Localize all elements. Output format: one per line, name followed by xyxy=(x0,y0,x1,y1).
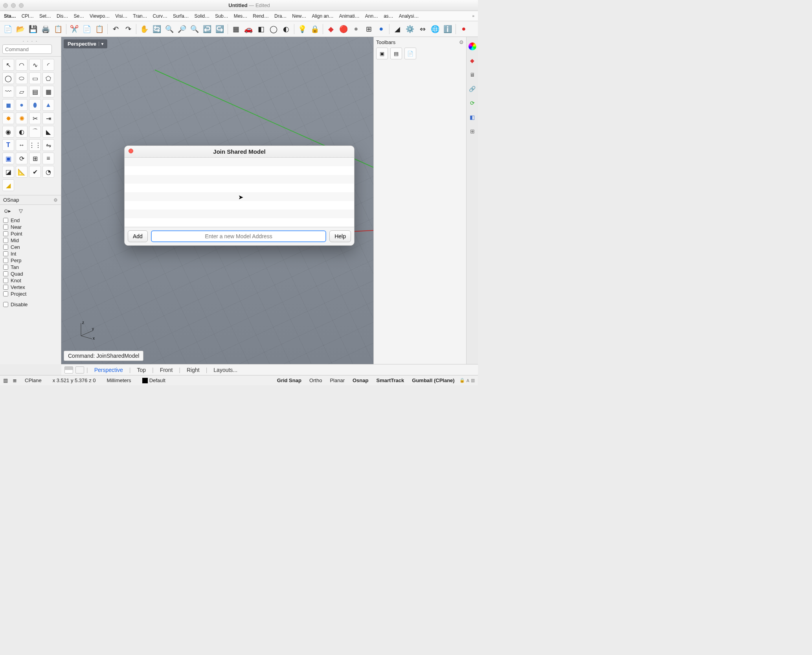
viewport-label[interactable]: Perspective ▾ xyxy=(64,39,107,48)
view-tab-right[interactable]: Right xyxy=(183,366,204,374)
cplane-icon[interactable]: ◧ xyxy=(255,24,266,35)
toolbar-item-icon[interactable]: 📄 xyxy=(404,48,416,59)
dimension-tool-icon[interactable]: ↔ xyxy=(16,139,28,151)
osnap-check-disable[interactable]: Disable xyxy=(2,301,59,308)
boolean-diff-icon[interactable]: ◐ xyxy=(16,126,28,138)
cut-icon[interactable]: ✂️ xyxy=(69,24,80,35)
list-row[interactable] xyxy=(125,218,354,227)
extend-icon[interactable]: ⇥ xyxy=(42,112,54,124)
status-toggle-osnap[interactable]: Osnap xyxy=(349,377,371,384)
status-grid-icon[interactable]: ▥ xyxy=(471,378,475,383)
osnap-check-tan[interactable]: Tan xyxy=(2,264,59,270)
status-cplane[interactable]: CPlane xyxy=(22,377,45,384)
dimension-icon[interactable]: ⇔ xyxy=(417,24,428,35)
render-gray-icon[interactable]: ● xyxy=(351,24,362,35)
zoom-window-icon[interactable] xyxy=(19,3,24,8)
menu-item[interactable]: Se… xyxy=(71,12,86,20)
menu-item[interactable]: Align an… xyxy=(309,12,336,20)
osnap-filter-icon[interactable]: ▽ xyxy=(19,208,23,214)
dialog-titlebar[interactable]: Join Shared Model xyxy=(125,146,354,158)
zoom-window-tool-icon[interactable]: 🔍 xyxy=(164,24,175,35)
menu-item[interactable]: Dis… xyxy=(54,12,70,20)
cplane-circle-icon[interactable]: ◯ xyxy=(268,24,279,35)
explode-icon[interactable]: ✸ xyxy=(2,112,14,124)
solid-cylinder-icon[interactable]: ⬮ xyxy=(29,99,41,111)
menu-item[interactable]: Ann… xyxy=(363,12,380,20)
list-row[interactable] xyxy=(125,201,354,210)
layers-tab-icon[interactable]: ◆ xyxy=(468,57,476,64)
zoom-extents-icon[interactable]: 🔎 xyxy=(176,24,187,35)
close-window-icon[interactable] xyxy=(3,3,8,8)
boolean-union-icon[interactable]: ◉ xyxy=(2,126,14,138)
polyline-tool-icon[interactable]: ∿ xyxy=(29,59,41,71)
web-help-icon[interactable]: 🌐 xyxy=(430,24,441,35)
osnap-check-int[interactable]: Int xyxy=(2,250,59,257)
list-row[interactable] xyxy=(125,184,354,192)
osnap-cursor-icon[interactable]: ⊙▸ xyxy=(4,208,11,214)
grid-tool-icon[interactable]: ⊞ xyxy=(29,153,41,164)
rectangle-tool-icon[interactable]: ▭ xyxy=(29,72,41,84)
menu-item[interactable]: as… xyxy=(381,12,396,20)
menu-item[interactable]: Analysi… xyxy=(397,12,421,20)
menu-item[interactable]: Curv… xyxy=(151,12,170,20)
status-toggle-ortho[interactable]: Ortho xyxy=(306,377,325,384)
link-tab-icon[interactable]: 🔗 xyxy=(468,85,476,93)
status-list-icon[interactable]: ≣ xyxy=(13,377,17,383)
status-panel-icon[interactable]: ▥ xyxy=(3,377,8,383)
osnap-check-knot[interactable]: Knot xyxy=(2,277,59,284)
view-tab-layouts[interactable]: Layouts... xyxy=(209,366,241,374)
status-lock-icon[interactable]: 🔒 xyxy=(459,378,465,383)
view-tab-front[interactable]: Front xyxy=(156,366,177,374)
right-panel-gear-icon[interactable]: ⚙ xyxy=(459,39,464,45)
viewport-dropdown-icon[interactable]: ▾ xyxy=(99,42,103,46)
osnap-check-cen[interactable]: Cen xyxy=(2,244,59,250)
add-button[interactable]: Add xyxy=(128,230,148,242)
align-tool-icon[interactable]: ≡ xyxy=(42,153,54,164)
pan-hand-icon[interactable]: ✋ xyxy=(139,24,150,35)
copy-icon[interactable]: 📄 xyxy=(81,24,92,35)
status-toggle-planar[interactable]: Planar xyxy=(327,377,348,384)
list-row[interactable] xyxy=(125,175,354,184)
menu-item[interactable]: CPl… xyxy=(19,12,36,20)
osnap-check-quad[interactable]: Quad xyxy=(2,270,59,277)
mass-tool-icon[interactable]: ◔ xyxy=(42,166,54,178)
four-views-icon[interactable]: ▦ xyxy=(230,24,241,35)
menu-item[interactable]: Surfa… xyxy=(171,12,191,20)
menu-item[interactable]: Solid… xyxy=(192,12,212,20)
move-tool-icon[interactable]: ▣ xyxy=(2,153,14,164)
status-a-icon[interactable]: A xyxy=(467,378,469,383)
menu-item[interactable]: Viewpo… xyxy=(87,12,112,20)
help-button[interactable]: Help xyxy=(329,230,351,242)
properties-tab-icon[interactable] xyxy=(468,42,476,50)
surface-tool-icon[interactable]: ▱ xyxy=(16,86,28,98)
reload-tab-icon[interactable]: ⟳ xyxy=(468,99,476,107)
solid-cone-icon[interactable]: ▲ xyxy=(42,99,54,111)
light-icon[interactable]: 💡 xyxy=(297,24,308,35)
save-file-icon[interactable]: 💾 xyxy=(28,24,39,35)
redo-icon[interactable]: ↷ xyxy=(123,24,134,35)
menu-item[interactable]: Rend… xyxy=(250,12,271,20)
view-tab-perspective[interactable]: Perspective xyxy=(90,366,127,374)
menu-item[interactable]: Dra… xyxy=(272,12,289,20)
plane-tool-icon[interactable]: ▤ xyxy=(29,86,41,98)
menu-item[interactable]: Tran… xyxy=(130,12,149,20)
render-rainbow-icon[interactable]: 🔴 xyxy=(338,24,349,35)
osnap-check-project[interactable]: Project xyxy=(2,291,59,297)
menu-item[interactable]: Sta… xyxy=(2,12,18,20)
misc-tool-icon[interactable]: ◢ xyxy=(2,179,14,191)
status-layer[interactable]: Default xyxy=(139,377,169,385)
status-toggle-smarttrack[interactable]: SmartTrack xyxy=(373,377,407,384)
measure-tool-icon[interactable]: 📐 xyxy=(16,166,28,178)
list-row[interactable] xyxy=(125,158,354,166)
osnap-check-vertex[interactable]: Vertex xyxy=(2,284,59,291)
osnap-check-point[interactable]: Point xyxy=(2,230,59,237)
osnap-check-end[interactable]: End xyxy=(2,217,59,224)
solid-box-icon[interactable]: ◼ xyxy=(2,99,14,111)
view-tab-top[interactable]: Top xyxy=(133,366,150,374)
curve-tool-icon[interactable]: 〰 xyxy=(2,86,14,98)
menu-item[interactable]: Mes… xyxy=(231,12,250,20)
rotate-tool-icon[interactable]: ⟳ xyxy=(16,153,28,164)
help-icon[interactable]: ℹ️ xyxy=(442,24,453,35)
box-tab-icon[interactable]: ◧ xyxy=(468,113,476,121)
undo-view-icon[interactable]: ↩️ xyxy=(202,24,213,35)
